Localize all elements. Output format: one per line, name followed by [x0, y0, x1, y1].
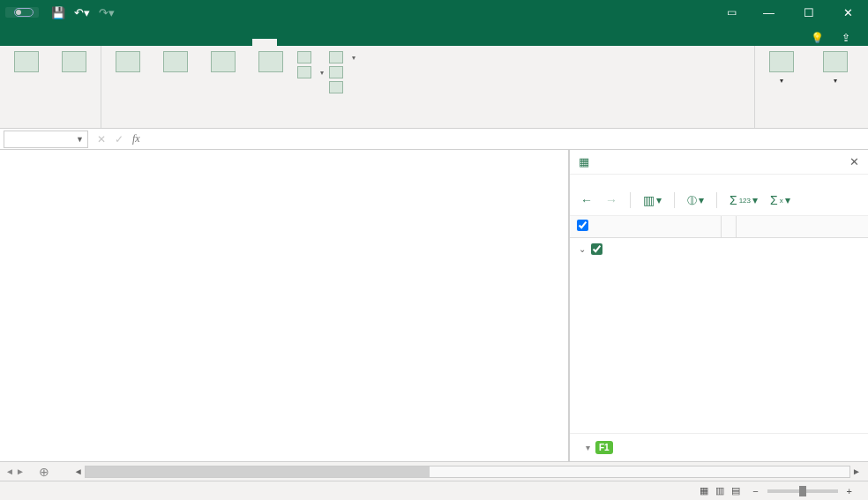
normal-view-icon: ▦	[696, 485, 712, 496]
f1-help-badge[interactable]: F1	[595, 441, 613, 454]
magnifier-icon	[769, 51, 794, 72]
scroll-left-icon[interactable]: ◄	[72, 466, 85, 476]
sheet-nav-prev-icon[interactable]: ◄	[5, 466, 14, 476]
cells-grid[interactable]	[0, 150, 568, 461]
sheet-tab-bar: ◄ ► ⊕ ◄ ►	[0, 461, 868, 481]
pane-aggregate-button[interactable]: Σ123 ▾	[730, 193, 758, 207]
undo-icon[interactable]: ↶▾	[74, 6, 90, 19]
chevron-down-icon[interactable]: ▾	[586, 443, 590, 452]
delete-blanks-button[interactable]	[329, 51, 355, 63]
pane-icon: ▦	[579, 155, 589, 168]
split-names-icon	[329, 66, 343, 78]
tab-home[interactable]	[30, 39, 55, 46]
maximize-button[interactable]: ☐	[789, 0, 828, 25]
cancel-formula-icon[interactable]: ✕	[97, 133, 106, 146]
pane-back-button[interactable]: ←	[580, 193, 593, 207]
pane-close-button[interactable]: ✕	[849, 155, 859, 168]
tab-review[interactable]	[153, 39, 178, 46]
unpivot-table-button[interactable]	[107, 49, 149, 74]
task-pane: ▦ ✕ ← → ▥ ▾ ⦷ ▾ Σ123 ▾ Σx ▾ ⌄	[569, 150, 868, 461]
tab-ablebits-data[interactable]	[228, 39, 252, 46]
transpose-icon	[258, 51, 283, 72]
tab-formulas[interactable]	[104, 39, 129, 46]
grid-select-icon	[823, 51, 848, 72]
tab-data[interactable]	[129, 39, 153, 46]
tab-help[interactable]	[203, 39, 228, 46]
group-transform	[101, 46, 755, 128]
transpose-button[interactable]	[250, 49, 292, 74]
pane-tree: ⌄	[570, 238, 868, 260]
tab-file[interactable]	[5, 39, 30, 46]
flip-icon	[297, 66, 311, 78]
pane-paste-button[interactable]: ▥ ▾	[643, 193, 662, 207]
zoom-out-button[interactable]: −	[752, 486, 758, 496]
ribbon-display-icon[interactable]: ▭	[714, 6, 749, 19]
status-bar: ▦▥▤ − +	[0, 481, 868, 500]
workbook-checkbox[interactable]	[591, 243, 602, 255]
ribbon-tabs: 💡 ⇪	[0, 25, 868, 46]
ribbon: ▾ ▾	[0, 46, 868, 129]
close-button[interactable]: ✕	[828, 0, 868, 25]
new-sheet-button[interactable]: ⊕	[30, 465, 58, 479]
tab-insert[interactable]	[55, 39, 79, 46]
title-bar: 💾 ↶▾ ↷▾ ▭ — ☐ ✕	[0, 0, 868, 25]
minimize-button[interactable]: —	[749, 0, 789, 25]
group-date-time	[0, 46, 101, 128]
date-picker-button[interactable]	[53, 49, 95, 74]
tab-view[interactable]	[178, 39, 203, 46]
delete-blanks-icon	[329, 51, 343, 63]
calendar-icon	[62, 51, 86, 72]
pane-columns-header	[570, 216, 868, 238]
scroll-right-icon[interactable]: ►	[850, 466, 863, 476]
tell-me-search[interactable]: 💡	[811, 32, 827, 44]
page-layout-view-icon: ▥	[712, 485, 728, 496]
collapse-icon[interactable]: ⌄	[577, 244, 587, 254]
main-area: ▦ ✕ ← → ▥ ▾ ⦷ ▾ Σ123 ▾ Σx ▾ ⌄	[0, 150, 868, 461]
horizontal-scrollbar[interactable]: ◄ ►	[72, 466, 863, 478]
swap-button[interactable]	[297, 51, 324, 63]
tree-workbook-row[interactable]: ⌄	[575, 242, 863, 257]
split-names-button[interactable]	[329, 66, 355, 78]
pane-toolbar: ← → ▥ ▾ ⦷ ▾ Σ123 ▾ Σx ▾	[570, 189, 868, 216]
find-replace-button[interactable]: ▾	[760, 49, 803, 86]
quick-access-toolbar: 💾 ↶▾ ↷▾	[51, 6, 115, 19]
split-icon	[211, 51, 236, 72]
fill-blank-icon	[329, 81, 343, 93]
select-by-value-color-button[interactable]: ▾	[808, 49, 863, 86]
flip-button[interactable]	[297, 66, 324, 78]
page-break-view-icon: ▤	[728, 485, 744, 496]
date-time-wizard-button[interactable]	[5, 49, 48, 74]
split-table-button[interactable]	[202, 49, 244, 74]
redo-icon[interactable]: ↷▾	[99, 6, 115, 19]
share-button[interactable]: ⇪	[836, 30, 859, 46]
zoom-in-button[interactable]: +	[847, 486, 852, 496]
workbooks-checkbox[interactable]	[577, 220, 588, 231]
lightbulb-icon: 💡	[811, 32, 824, 44]
zoom-slider[interactable]	[767, 489, 838, 493]
cards-icon	[163, 51, 188, 72]
worksheet-grid	[0, 150, 569, 461]
share-icon: ⇪	[842, 32, 850, 44]
save-icon[interactable]: 💾	[51, 6, 65, 19]
toggle-off-icon	[14, 8, 34, 17]
tab-ablebits-tools[interactable]	[252, 39, 277, 46]
scroll-thumb[interactable]	[86, 466, 430, 477]
autosave-toggle[interactable]	[5, 7, 39, 18]
swap-icon	[297, 51, 311, 63]
pane-link-button[interactable]: ⦷ ▾	[687, 193, 704, 208]
formula-bar: ▼ ✕ ✓ fx	[0, 129, 868, 150]
wizard-icon	[14, 51, 39, 72]
group-search: ▾ ▾	[755, 46, 868, 128]
create-cards-button[interactable]	[154, 49, 197, 74]
chevron-down-icon: ▼	[76, 135, 84, 144]
tab-page-layout[interactable]	[79, 39, 104, 46]
view-buttons[interactable]: ▦▥▤	[696, 485, 744, 496]
pane-range-text	[570, 175, 868, 189]
sheet-nav-next-icon[interactable]: ►	[16, 466, 25, 476]
enter-formula-icon[interactable]: ✓	[115, 133, 123, 146]
name-box[interactable]: ▼	[4, 131, 88, 148]
pane-function-button[interactable]: Σx ▾	[770, 193, 790, 207]
insert-function-icon[interactable]: fx	[132, 132, 140, 146]
pane-forward-button[interactable]: →	[605, 193, 617, 207]
fill-blank-cells-button[interactable]	[329, 81, 355, 93]
